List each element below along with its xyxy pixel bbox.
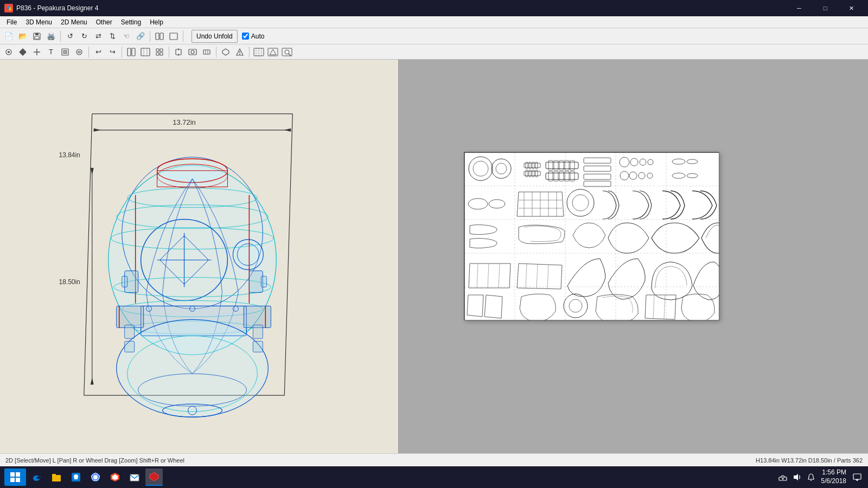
restore-button[interactable]: □ (813, 0, 838, 16)
date-display: 5/6/2018 (821, 477, 846, 486)
svg-marker-10 (20, 53, 25, 56)
svg-rect-16 (127, 48, 131, 56)
minimize-button[interactable]: ─ (787, 0, 812, 16)
svg-rect-22 (160, 49, 163, 52)
tb2-btn-2[interactable] (16, 46, 29, 59)
title-left: 🎭 P836 - Pepakura Designer 4 (4, 4, 98, 12)
tb2-btn-14[interactable] (233, 46, 246, 59)
action-center-icon[interactable] (851, 468, 864, 486)
menu-file[interactable]: File (2, 16, 21, 28)
tb2-btn-5[interactable] (59, 46, 72, 59)
svg-rect-159 (16, 472, 20, 477)
flip-button[interactable]: ⇄ (92, 30, 105, 43)
menu-2dmenu[interactable]: 2D Menu (56, 16, 92, 28)
tb2-redo[interactable]: ↪ (106, 46, 119, 59)
save-button[interactable] (30, 30, 43, 43)
pepakura-taskbar-icon[interactable] (145, 468, 163, 486)
chrome-icon[interactable] (87, 468, 104, 486)
start-button[interactable] (4, 468, 26, 486)
undo-unfold-button[interactable]: Undo Unfold (192, 30, 238, 43)
separator-tb2-5 (249, 47, 250, 57)
file-explorer-icon[interactable] (48, 468, 65, 486)
taskbar-right: 1:56 PM 5/6/2018 (777, 468, 864, 486)
auto-label: Auto (251, 33, 265, 40)
separator-tb2-2 (122, 47, 122, 57)
auto-checkbox-label[interactable]: Auto (242, 33, 265, 40)
menu-3dmenu[interactable]: 3D Menu (21, 16, 56, 28)
notification-icon[interactable] (806, 468, 816, 486)
volume-icon[interactable] (792, 468, 802, 486)
svg-rect-4 (160, 33, 163, 40)
toolbar-1: 📄 📂 🖨️ ↺ ↻ ⇄ ⇅ ☜ 🔗 Undo Unfold Auto (0, 28, 868, 44)
edge-icon[interactable] (28, 468, 46, 486)
tb2-btn-7[interactable] (125, 46, 138, 59)
tb2-btn-9[interactable] (153, 46, 166, 59)
svg-rect-98 (253, 325, 263, 338)
auto-checkbox[interactable] (242, 33, 249, 40)
store-icon[interactable] (67, 468, 85, 486)
svg-rect-78 (117, 306, 144, 328)
tb2-btn-12[interactable] (200, 46, 213, 59)
svg-rect-8 (20, 51, 26, 53)
tb2-btn-4[interactable]: T (44, 46, 58, 59)
2d-view-panel[interactable] (399, 60, 868, 453)
svg-rect-99 (253, 341, 263, 352)
svg-point-36 (239, 54, 240, 55)
svg-rect-23 (156, 53, 159, 55)
tb2-btn-16[interactable] (266, 46, 279, 59)
print-button[interactable]: 🖨️ (44, 30, 58, 43)
svg-point-29 (191, 50, 194, 54)
svg-marker-173 (794, 474, 798, 480)
separator-1 (60, 31, 61, 42)
tb2-btn-10[interactable] (172, 46, 185, 59)
mirror-button[interactable]: ⇅ (106, 30, 119, 43)
taskbar-left (4, 468, 163, 486)
taskbar: 1:56 PM 5/6/2018 (0, 466, 868, 488)
close-button[interactable]: ✕ (839, 0, 864, 16)
svg-rect-161 (16, 478, 20, 482)
svg-rect-21 (156, 49, 159, 52)
svg-rect-175 (853, 474, 861, 479)
3d-view-panel[interactable]: 13.72in 13.84in 18.50in (0, 60, 399, 453)
tb2-btn-13[interactable] (219, 46, 232, 59)
svg-rect-1 (35, 33, 39, 35)
menu-other[interactable]: Other (92, 16, 117, 28)
menu-help[interactable]: Help (145, 16, 168, 28)
view-split-button[interactable] (153, 30, 166, 43)
app-icon: 🎭 (4, 4, 13, 12)
svg-text:18.50in: 18.50in (59, 278, 80, 286)
new-button[interactable]: 📄 (2, 30, 15, 43)
svg-rect-18 (141, 48, 150, 56)
tb2-btn-1[interactable] (2, 46, 15, 59)
svg-rect-160 (10, 478, 15, 482)
tb2-btn-6[interactable] (73, 46, 86, 59)
network-icon[interactable] (777, 468, 788, 486)
tb2-btn-11[interactable] (186, 46, 199, 59)
svg-point-44 (285, 50, 289, 54)
svg-rect-24 (160, 53, 163, 55)
separator-tb2-1 (88, 47, 89, 57)
rotate-right-button[interactable]: ↻ (78, 30, 91, 43)
svg-point-166 (93, 475, 98, 479)
open-button[interactable]: 📂 (16, 30, 29, 43)
svg-marker-33 (222, 49, 229, 55)
menu-setting[interactable]: Setting (117, 16, 145, 28)
svg-point-7 (8, 51, 10, 53)
brave-icon[interactable] (106, 468, 124, 486)
separator-2 (150, 31, 150, 42)
tb2-btn-8[interactable] (139, 46, 152, 59)
tb2-undo[interactable]: ↩ (92, 46, 105, 59)
select-button[interactable]: ☜ (120, 30, 133, 43)
svg-text:13.84in: 13.84in (59, 151, 80, 159)
view-full-button[interactable] (167, 30, 180, 43)
svg-rect-92 (249, 271, 263, 292)
link-button[interactable]: 🔗 (134, 30, 147, 43)
status-bar: 2D [Select/Move] L [Pan] R or Wheel Drag… (0, 453, 868, 466)
email-icon[interactable] (126, 468, 143, 486)
tb2-btn-17[interactable] (280, 46, 293, 59)
svg-marker-9 (20, 48, 25, 51)
svg-rect-37 (254, 48, 264, 56)
tb2-btn-15[interactable] (252, 46, 265, 59)
rotate-left-button[interactable]: ↺ (63, 30, 76, 43)
tb2-btn-3[interactable] (30, 46, 43, 59)
